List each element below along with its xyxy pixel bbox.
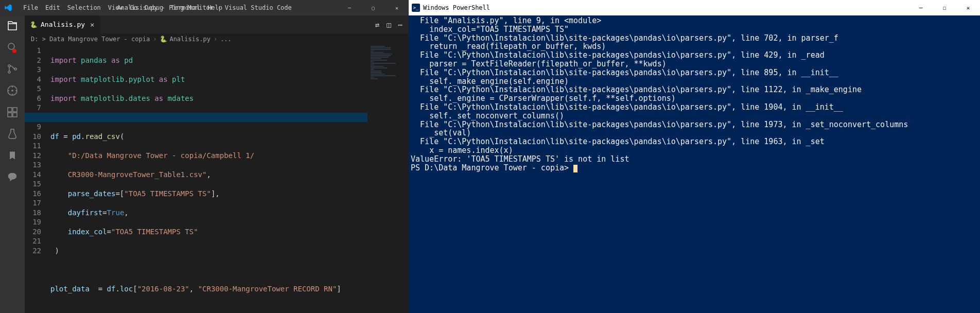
breadcrumbs[interactable]: D: > Data Mangrove Tower - copia › 🐍 Ana… (25, 33, 409, 45)
svg-point-3 (14, 68, 16, 70)
explorer-icon[interactable] (6, 20, 19, 32)
svg-point-2 (8, 71, 10, 73)
bookmark-icon[interactable] (6, 149, 19, 162)
comment-icon[interactable] (6, 171, 19, 183)
code-content[interactable]: import pandas as pd import matplotlib.py… (50, 45, 409, 313)
svg-rect-9 (13, 108, 17, 112)
maximize-button[interactable]: ▢ (361, 0, 385, 15)
breadcrumb-symbol[interactable]: ... (220, 36, 232, 43)
python-file-icon: 🐍 (30, 21, 38, 28)
minimize-button[interactable]: ─ (909, 0, 933, 15)
vscode-window: File Edit Selection View Go Debug Termin… (0, 0, 409, 313)
menu-file[interactable]: File (20, 4, 42, 11)
svg-rect-6 (8, 108, 12, 112)
svg-point-5 (12, 90, 13, 91)
powershell-titlebar[interactable]: >_ Windows PowerShell ─ ☐ ✕ (409, 0, 980, 15)
vscode-logo-icon (4, 4, 12, 12)
activity-bar (0, 15, 25, 313)
svg-rect-8 (13, 113, 17, 117)
powershell-icon: >_ (412, 4, 420, 12)
prompt-text: PS D:\Data Mangrove Tower - copia> (411, 163, 573, 172)
editor[interactable]: 1 2345678910111213141516171819202122 imp… (25, 45, 409, 313)
maximize-button[interactable]: ☐ (933, 0, 956, 15)
menu-edit[interactable]: Edit (42, 4, 64, 11)
more-actions-icon[interactable]: ⋯ (398, 21, 402, 29)
compare-icon[interactable]: ⇄ (375, 21, 379, 29)
tab-close-icon[interactable]: × (90, 21, 94, 29)
window-title: Analisis.py - Ping-Monitor - Visual Stud… (117, 4, 292, 11)
cursor (573, 165, 577, 172)
powershell-window: >_ Windows PowerShell ─ ☐ ✕ File "Analis… (409, 0, 980, 313)
traceback-text: File "Analisis.py", line 9, in <module> … (411, 16, 908, 164)
minimap[interactable] (371, 46, 407, 87)
extensions-icon[interactable] (6, 106, 19, 118)
tab-bar: 🐍 Analisis.py × ⇄ ◫ ⋯ (25, 15, 409, 33)
split-editor-icon[interactable]: ◫ (387, 21, 391, 29)
powershell-title: Windows PowerShell (423, 4, 490, 11)
svg-point-1 (8, 65, 10, 67)
line-number-gutter: 1 2345678910111213141516171819202122 (25, 45, 50, 313)
python-file-icon: 🐍 (160, 36, 167, 43)
breadcrumb-folder[interactable]: D: > Data Mangrove Tower - copia (31, 36, 150, 43)
testing-icon[interactable] (6, 128, 19, 140)
close-button[interactable]: ✕ (385, 0, 409, 15)
close-button[interactable]: ✕ (956, 0, 980, 15)
breadcrumb-file[interactable]: Analisis.py (169, 36, 210, 43)
editor-area: 🐍 Analisis.py × ⇄ ◫ ⋯ D: > Data Mangrove… (25, 15, 409, 313)
menu-selection[interactable]: Selection (64, 4, 104, 11)
source-control-icon[interactable] (6, 63, 19, 75)
debug-icon[interactable] (6, 84, 19, 97)
vscode-titlebar[interactable]: File Edit Selection View Go Debug Termin… (0, 0, 409, 15)
svg-rect-7 (8, 113, 12, 117)
minimize-button[interactable]: ─ (338, 0, 361, 15)
tab-analisis[interactable]: 🐍 Analisis.py × (25, 15, 100, 33)
chevron-right-icon: › (153, 36, 156, 43)
chevron-right-icon: › (214, 36, 217, 43)
powershell-output[interactable]: File "Analisis.py", line 9, in <module> … (409, 15, 980, 313)
tab-label: Analisis.py (41, 21, 85, 28)
